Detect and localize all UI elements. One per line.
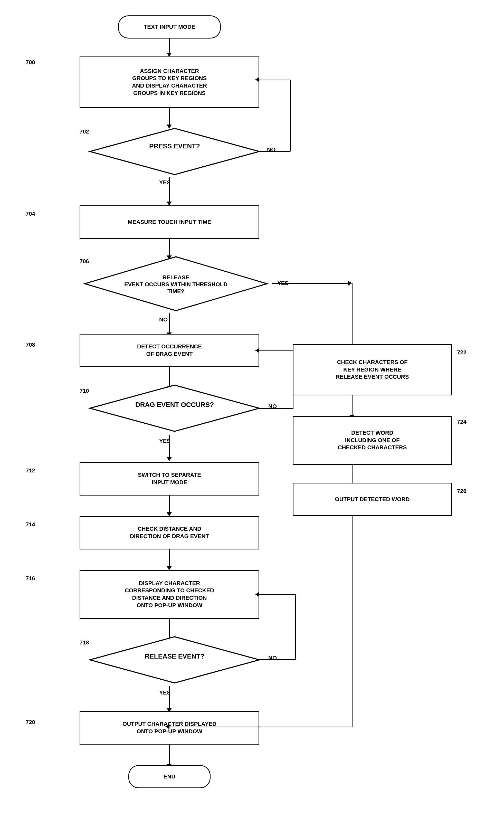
label-724: 724 <box>457 418 467 425</box>
svg-text:EVENT OCCURS WITHIN THRESHOLD: EVENT OCCURS WITHIN THRESHOLD <box>124 281 227 288</box>
label-700: 700 <box>26 59 35 66</box>
svg-text:PRESS EVENT?: PRESS EVENT? <box>149 142 200 150</box>
flowchart-diagram: TEXT INPUT MODE 700 ASSIGN CHARACTERGROU… <box>0 0 504 818</box>
svg-text:RELEASE: RELEASE <box>163 274 189 281</box>
svg-text:TIME?: TIME? <box>167 288 184 294</box>
label-712: 712 <box>26 467 35 474</box>
yes-label-press: YES <box>159 179 170 186</box>
label-714: 714 <box>26 521 35 528</box>
switch-mode-label: SWITCH TO SEPARATEINPUT MODE <box>135 469 204 488</box>
check-distance-label: CHECK DISTANCE ANDDIRECTION OF DRAG EVEN… <box>127 523 212 542</box>
output-word-label: OUTPUT DETECTED WORD <box>332 494 413 505</box>
no-label-press: NO <box>267 146 275 153</box>
start-label: TEXT INPUT MODE <box>141 21 198 33</box>
no-label-release: NO <box>268 655 277 661</box>
no-label-threshold: NO <box>159 316 168 323</box>
label-722: 722 <box>457 349 467 356</box>
output-char-node: OUTPUT CHARACTER DISPLAYEDONTO POP-UP WI… <box>80 711 259 745</box>
svg-marker-0 <box>90 128 259 175</box>
label-704: 704 <box>26 211 35 217</box>
end-node: END <box>128 765 211 788</box>
svg-text:RELEASE EVENT?: RELEASE EVENT? <box>145 652 205 660</box>
display-char-label: DISPLAY CHARACTERCORRESPONDING TO CHECKE… <box>122 578 217 611</box>
start-node: TEXT INPUT MODE <box>118 15 221 39</box>
svg-text:DRAG EVENT OCCURS?: DRAG EVENT OCCURS? <box>135 401 214 408</box>
detect-drag-label: DETECT OCCURRENCEOF DRAG EVENT <box>134 341 205 360</box>
label-726: 726 <box>457 488 467 494</box>
threshold-diamond: RELEASE EVENT OCCURS WITHIN THRESHOLD TI… <box>80 254 272 313</box>
assign-node: ASSIGN CHARACTERGROUPS TO KEY REGIONSAND… <box>80 56 259 108</box>
check-key-label: CHECK CHARACTERS OFKEY REGION WHERERELEA… <box>333 357 412 383</box>
detect-word-node: DETECT WORDINCLUDING ONE OFCHECKED CHARA… <box>293 416 452 465</box>
check-key-node: CHECK CHARACTERS OFKEY REGION WHERERELEA… <box>293 344 452 395</box>
end-label: END <box>160 771 178 783</box>
label-720: 720 <box>26 719 35 726</box>
drag-diamond: DRAG EVENT OCCURS? <box>85 383 264 434</box>
detect-word-label: DETECT WORDINCLUDING ONE OFCHECKED CHARA… <box>335 427 410 453</box>
label-716: 716 <box>26 575 35 582</box>
assign-label: ASSIGN CHARACTERGROUPS TO KEY REGIONSAND… <box>129 65 210 99</box>
yes-label-drag: YES <box>159 438 170 444</box>
press-diamond: PRESS EVENT? <box>85 126 264 177</box>
yes-label-release-event: YES <box>159 689 170 696</box>
detect-drag-node: DETECT OCCURRENCEOF DRAG EVENT <box>80 334 259 367</box>
switch-mode-node: SWITCH TO SEPARATEINPUT MODE <box>80 462 259 496</box>
release-event-diamond: RELEASE EVENT? <box>85 634 264 686</box>
measure-node: MEASURE TOUCH INPUT TIME <box>80 205 259 239</box>
output-word-node: OUTPUT DETECTED WORD <box>293 483 452 516</box>
display-char-node: DISPLAY CHARACTERCORRESPONDING TO CHECKE… <box>80 570 259 619</box>
measure-label: MEASURE TOUCH INPUT TIME <box>125 216 214 228</box>
label-708: 708 <box>26 341 35 348</box>
check-distance-node: CHECK DISTANCE ANDDIRECTION OF DRAG EVEN… <box>80 516 259 549</box>
